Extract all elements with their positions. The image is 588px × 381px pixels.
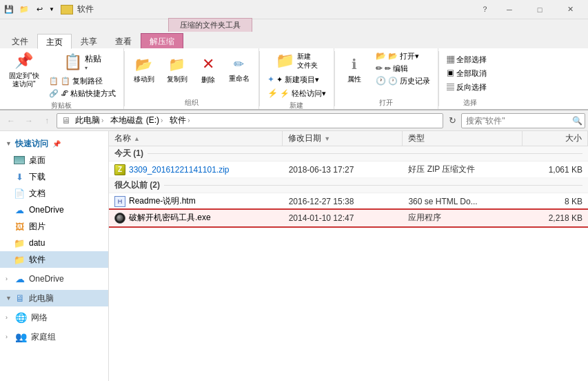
- exe-icon: [114, 213, 125, 224]
- sidebar-item-software[interactable]: 📁 软件: [0, 251, 108, 268]
- file-list-header: 名称 ▲ 修改日期 ▼ 类型 大小: [109, 131, 588, 146]
- search-input[interactable]: [466, 116, 569, 126]
- file-row-htm[interactable]: H Readme-说明.htm 2016-12-27 15:38 360 se …: [109, 193, 588, 210]
- sort-arrow-date: ▼: [324, 135, 330, 142]
- file-row-zip[interactable]: Z 3309_20161221141101.zip 2018-06-13 17:…: [109, 162, 588, 178]
- qa-dropdown-icon[interactable]: ▼: [48, 4, 55, 15]
- sidebar-item-docs[interactable]: 📄 文档: [0, 185, 108, 202]
- tab-file[interactable]: 文件: [3, 33, 37, 48]
- window-controls: ─ □ ✕: [494, 0, 585, 19]
- ribbon: 📌 固定到"快 速访问" 📋 粘贴 ▾ 📋 📋 复: [0, 48, 588, 110]
- file-date-exe: 2014-01-10 12:47: [283, 210, 403, 226]
- sidebar-item-datu[interactable]: 📁 datu: [0, 235, 108, 251]
- docs-icon: 📄: [14, 188, 25, 198]
- paste-shortcut-button[interactable]: 🔗 🖇 粘贴快捷方式: [45, 87, 119, 99]
- context-label-row: 压缩的文件夹工具: [0, 19, 588, 32]
- selectnone-button[interactable]: ▣ 全部取消: [443, 67, 490, 79]
- sidebar-onedrive-header[interactable]: › ☁ OneDrive: [0, 271, 108, 287]
- back-button[interactable]: ←: [3, 113, 19, 128]
- sidebar-thispc-header[interactable]: ▼ 🖥 此电脑: [0, 290, 108, 306]
- selectnone-label: ▣ 全部取消: [447, 68, 487, 79]
- sidebar-item-onedrive-quick[interactable]: ☁ OneDrive: [0, 202, 108, 218]
- minimize-button[interactable]: ─: [494, 0, 525, 19]
- newitem-button[interactable]: ✦ ✦ 新建项目▾: [264, 73, 323, 86]
- context-label: 压缩的文件夹工具: [168, 18, 252, 32]
- close-button[interactable]: ✕: [555, 0, 585, 19]
- address-crumb-folder[interactable]: 软件 ›: [168, 114, 192, 127]
- group-line-today: [148, 153, 582, 154]
- delete-button[interactable]: ✕ 删除: [195, 50, 221, 90]
- sidebar-quickaccess-header[interactable]: ▼ 快速访问 📌: [0, 135, 108, 152]
- ribbon-group-new: 📁 新建 文件夹 ✦ ✦ 新建项目▾ ⚡ ⚡ 轻松访问▾ 新建: [260, 48, 334, 109]
- copyto-button[interactable]: 📁 复制到: [162, 50, 192, 90]
- newfolder-label: 新建 文件夹: [297, 52, 318, 70]
- network-icon: 🌐: [15, 312, 27, 323]
- expand-arrow-onedrive: ›: [6, 275, 12, 282]
- col-header-type[interactable]: 类型: [403, 131, 523, 146]
- easyaccess-button[interactable]: ⚡ ⚡ 轻松访问▾: [264, 87, 330, 99]
- newfolder-button[interactable]: 📁 新建 文件夹: [264, 50, 330, 72]
- move-icon: 📂: [135, 56, 152, 72]
- col-header-date[interactable]: 修改日期 ▼: [283, 131, 403, 146]
- invert-button[interactable]: ▤ 反向选择: [443, 81, 490, 93]
- main-layout: ▼ 快速访问 📌 桌面 ⬇ 下载 📄 文档 ☁ OneDrive 🖼: [0, 131, 588, 381]
- sidebar-homegroup-header[interactable]: › 👥 家庭组: [0, 329, 108, 345]
- selectall-button[interactable]: ▦ 全部选择: [443, 53, 490, 66]
- search-box[interactable]: 🔍: [461, 113, 585, 128]
- docs-label: 文档: [29, 188, 45, 199]
- pin-button[interactable]: 📌 固定到"快 速访问": [4, 50, 44, 90]
- onedrive-icon-main: ☁: [15, 273, 25, 284]
- address-crumb-disk[interactable]: 本地磁盘 (E:) ›: [108, 114, 165, 127]
- refresh-button[interactable]: ↻: [445, 113, 460, 128]
- col-size-label: 大小: [565, 133, 582, 144]
- title-bar: 💾 📁 ↩ ▼ 软件 ？ ─ □ ✕: [0, 0, 588, 19]
- newfolder-icon: 📁: [276, 52, 294, 70]
- qa-folder-icon[interactable]: 📁: [18, 4, 30, 15]
- qa-undo-icon[interactable]: ↩: [33, 4, 45, 15]
- col-header-name[interactable]: 名称 ▲: [109, 131, 283, 146]
- col-header-size[interactable]: 大小: [523, 131, 588, 146]
- file-row-exe[interactable]: 破解开机密码工具.exe 2014-01-10 12:47 应用程序 2,218…: [109, 210, 588, 226]
- software-icon: 📁: [14, 255, 25, 264]
- sidebar-item-downloads[interactable]: ⬇ 下载: [0, 168, 108, 185]
- delete-label: 删除: [201, 75, 215, 85]
- tab-home[interactable]: 主页: [37, 34, 72, 49]
- tab-share[interactable]: 共享: [72, 33, 106, 48]
- rename-button[interactable]: ✏ 重命名: [224, 50, 254, 90]
- clipboard-group-label: 剪贴板: [51, 99, 72, 110]
- search-icon[interactable]: 🔍: [572, 116, 582, 126]
- zip-filename: 3309_20161221141101.zip: [129, 165, 229, 175]
- file-size-zip: 1,061 KB: [523, 162, 588, 177]
- downloads-label: 下载: [29, 171, 45, 183]
- open-label: 📂 打开▾: [388, 51, 419, 61]
- forward-button[interactable]: →: [21, 113, 37, 128]
- tab-extract[interactable]: 解压缩: [141, 33, 183, 48]
- zip-icon: Z: [114, 164, 125, 175]
- sep-2: ›: [161, 117, 163, 124]
- paste-label-group: 粘贴 ▾: [85, 53, 101, 71]
- address-bar[interactable]: 🖥 此电脑 › 本地磁盘 (E:) › 软件 ›: [57, 113, 443, 128]
- edit-button[interactable]: ✏ ✏ 编辑: [372, 62, 412, 75]
- properties-button[interactable]: ℹ 属性: [339, 50, 369, 90]
- ribbon-group-clipboard: 📌 固定到"快 速访问" 📋 粘贴 ▾ 📋 📋 复: [0, 48, 124, 109]
- qa-save-icon[interactable]: 💾: [3, 4, 15, 15]
- sidebar-network-header[interactable]: › 🌐 网络: [0, 309, 108, 326]
- address-crumb-thispc[interactable]: 此电脑 ›: [73, 114, 105, 127]
- help-button[interactable]: ？: [475, 0, 494, 19]
- open-button[interactable]: 📂 📂 打开▾: [372, 50, 423, 62]
- maximize-button[interactable]: □: [525, 0, 555, 19]
- easyaccess-label: ⚡ 轻松访问▾: [280, 88, 326, 99]
- history-button[interactable]: 🕐 🕐 历史记录: [372, 75, 434, 87]
- group-line-old: [164, 185, 582, 186]
- paste-button[interactable]: 📋 粘贴 ▾: [45, 50, 119, 75]
- tab-view[interactable]: 查看: [106, 33, 141, 48]
- copy-path-button[interactable]: 📋 📋 复制路径: [45, 75, 119, 87]
- move-button[interactable]: 📂 移动到: [129, 50, 159, 90]
- up-button[interactable]: ↑: [39, 113, 55, 128]
- sidebar-homegroup-section: › 👥 家庭组: [0, 327, 108, 346]
- pin-icon: 📌: [14, 52, 33, 70]
- col-type-label: 类型: [408, 133, 425, 144]
- sidebar-item-desktop[interactable]: 桌面: [0, 152, 108, 168]
- ribbon-group-select: ▦ 全部选择 ▣ 全部取消 ▤ 反向选择 选择: [439, 48, 501, 109]
- sidebar-item-pics[interactable]: 🖼 图片: [0, 218, 108, 235]
